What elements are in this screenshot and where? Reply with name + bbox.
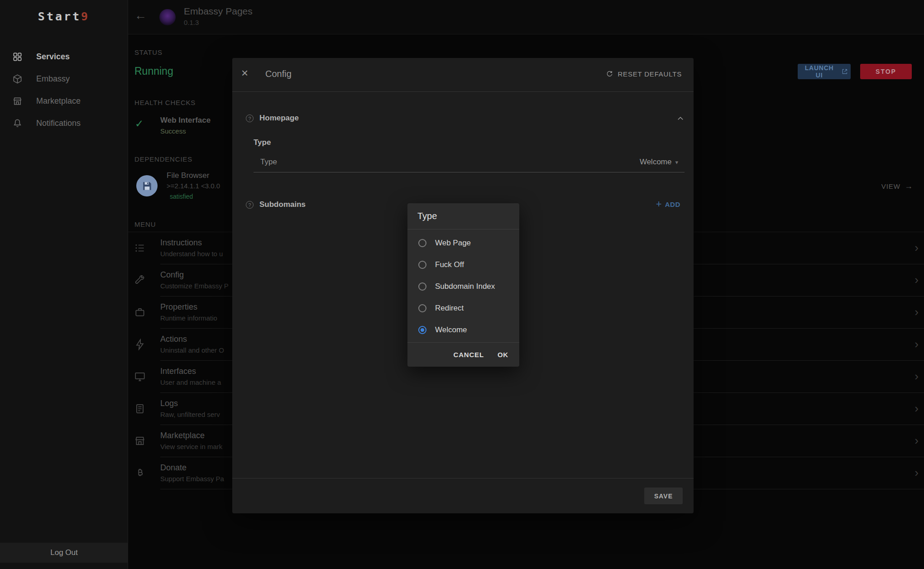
chevron-forward-icon <box>914 361 919 393</box>
sidebar-item-marketplace[interactable]: Marketplace <box>0 90 128 112</box>
sidebar-item-label: Marketplace <box>36 96 81 106</box>
view-dependency-link[interactable]: VIEW <box>881 182 913 191</box>
chevron-forward-icon <box>914 232 919 264</box>
app-version: 0.1.3 <box>184 19 253 26</box>
config-modal-footer: SAVE <box>232 478 694 513</box>
stop-label: STOP <box>876 68 896 75</box>
storefront-icon <box>134 435 146 447</box>
type-group-label: Type <box>254 138 271 147</box>
file-browser-avatar <box>136 175 158 196</box>
health-section-label: HEALTH CHECKS <box>134 99 196 106</box>
ok-button[interactable]: OK <box>492 347 514 362</box>
embassy-pages-app-icon <box>159 9 176 25</box>
radio-option-subdomain-index[interactable]: Subdomain Index <box>407 276 519 297</box>
bell-icon <box>12 118 23 129</box>
dependency-status: satisfied <box>170 193 193 200</box>
cube-icon <box>12 74 23 84</box>
sidebar: Start9 Services Embassy Marketplace Noti… <box>0 0 128 569</box>
grid-icon <box>12 52 23 62</box>
external-link-icon <box>842 68 848 75</box>
radio-option-fuck-off[interactable]: Fuck Off <box>407 254 519 276</box>
status-value: Running <box>134 65 173 77</box>
type-select[interactable]: Welcome <box>640 158 678 167</box>
list-icon <box>134 242 146 254</box>
type-dialog-title: Type <box>417 211 437 221</box>
logo-text: Start <box>38 10 81 23</box>
page-title: Embassy Pages <box>184 6 253 17</box>
status-section-label: STATUS <box>134 48 163 56</box>
sidebar-item-notifications[interactable]: Notifications <box>0 112 128 134</box>
add-subdomain-button[interactable]: ADD <box>656 199 680 209</box>
chevron-up-icon[interactable] <box>676 115 685 123</box>
cancel-button[interactable]: CANCEL <box>448 347 489 362</box>
chevron-forward-icon <box>914 329 919 361</box>
radio-option-redirect[interactable]: Redirect <box>407 297 519 319</box>
view-label: VIEW <box>881 182 900 190</box>
radio-option-welcome[interactable]: Welcome <box>407 319 519 341</box>
tools-icon <box>134 274 146 286</box>
sidebar-item-label: Notifications <box>36 119 81 128</box>
sidebar-item-label: Services <box>36 52 70 62</box>
add-label: ADD <box>665 201 680 208</box>
document-icon <box>134 403 146 415</box>
title-block: Embassy Pages 0.1.3 <box>184 6 253 26</box>
menu-section-label: MENU <box>134 220 156 228</box>
close-icon[interactable] <box>241 67 248 79</box>
sidebar-item-label: Embassy <box>36 74 70 84</box>
radio-icon <box>418 239 426 247</box>
chevron-forward-icon <box>914 393 919 425</box>
dependencies-section-label: DEPENDENCIES <box>134 155 192 163</box>
chevron-forward-icon <box>914 264 919 296</box>
launch-ui-button[interactable]: LAUNCH UI <box>798 64 851 79</box>
type-select-value: Welcome <box>640 158 672 167</box>
health-check-status: Success <box>160 127 186 135</box>
floppy-disk-icon <box>141 180 153 192</box>
radio-icon <box>418 282 426 291</box>
refresh-icon <box>606 70 613 78</box>
type-options-list: Web Page Fuck Off Subdomain Index Redire… <box>407 230 519 341</box>
sidebar-nav: Services Embassy Marketplace Notificatio… <box>0 46 128 134</box>
logo-accent: 9 <box>81 10 90 23</box>
type-dialog-header: Type <box>407 203 519 230</box>
radio-icon <box>418 261 426 269</box>
bitcoin-icon <box>134 467 146 479</box>
homepage-section-title: Homepage <box>259 114 299 123</box>
radio-icon <box>418 326 426 334</box>
homepage-section-header: Homepage <box>232 111 694 126</box>
radio-icon <box>418 304 426 312</box>
dependency-name: File Browser <box>167 171 209 180</box>
sidebar-item-services[interactable]: Services <box>0 46 128 68</box>
reset-defaults-label: RESET DEFAULTS <box>618 70 682 78</box>
chevron-forward-icon <box>914 425 919 457</box>
desktop-icon <box>134 371 146 383</box>
dependency-version-range: >=2.14.1.1 <3.0.0 <box>167 182 220 190</box>
flash-icon <box>134 339 146 350</box>
field-underline <box>254 172 685 172</box>
stop-button[interactable]: STOP <box>860 64 912 79</box>
help-icon[interactable] <box>246 201 254 209</box>
plus-icon <box>656 199 662 209</box>
config-modal-title: Config <box>265 69 292 79</box>
config-modal-header: Config RESET DEFAULTS <box>232 58 694 92</box>
type-field-label: Type <box>260 158 277 167</box>
subdomains-section-title: Subdomains <box>259 200 306 209</box>
type-select-dialog: Type Web Page Fuck Off Subdomain Index R… <box>407 203 519 367</box>
help-icon[interactable] <box>246 115 254 122</box>
radio-option-web-page[interactable]: Web Page <box>407 232 519 254</box>
start9-logo: Start9 <box>0 10 128 23</box>
logout-button[interactable]: Log Out <box>0 543 128 563</box>
arrow-forward-icon <box>905 182 913 191</box>
chevron-forward-icon <box>914 457 919 489</box>
launch-ui-label: LAUNCH UI <box>800 64 838 79</box>
save-button[interactable]: SAVE <box>644 488 683 504</box>
back-button[interactable] <box>134 10 147 22</box>
reset-defaults-button[interactable]: RESET DEFAULTS <box>606 70 682 78</box>
page-toolbar: Embassy Pages 0.1.3 <box>128 0 924 34</box>
caret-down-icon <box>675 159 678 166</box>
sidebar-item-embassy[interactable]: Embassy <box>0 68 128 90</box>
checkmark-icon <box>135 119 144 129</box>
chevron-forward-icon <box>914 296 919 329</box>
type-dialog-footer: CANCEL OK <box>407 342 519 367</box>
storefront-icon <box>12 96 23 106</box>
briefcase-icon <box>134 306 146 318</box>
